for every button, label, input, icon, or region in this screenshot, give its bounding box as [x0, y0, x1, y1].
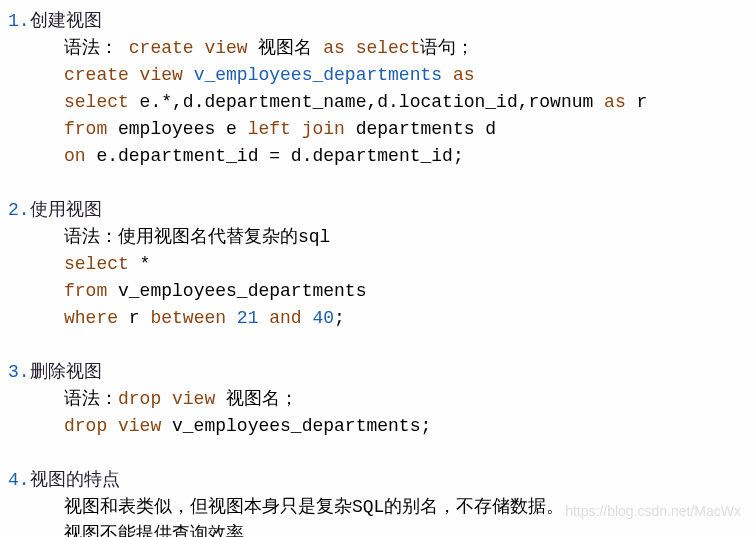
text: v_employees_departments; [161, 416, 431, 436]
syntax-label: 语法：使用视图名代替复杂的sql [64, 227, 330, 247]
section-number: 4. [8, 470, 30, 490]
keyword: select [64, 92, 129, 112]
section-title: 视图的特点 [30, 470, 120, 490]
syntax-label: 语法： [64, 38, 129, 58]
symbol: * [129, 254, 151, 274]
keyword: from [64, 119, 107, 139]
text: ,d.department_name,d.location_id,rownum [172, 92, 604, 112]
code-line: from employees e left join departments d [8, 116, 748, 143]
identifier: v_employees_departments [183, 65, 453, 85]
paragraph: 视图不能提供查询效率 [8, 521, 748, 537]
keyword: create view [129, 38, 248, 58]
text: e. [129, 92, 161, 112]
section-number: 3. [8, 362, 30, 382]
blank-line [8, 332, 748, 359]
code-line: where r between 21 and 40; [8, 305, 748, 332]
blank-line [8, 440, 748, 467]
watermark: https://blog.csdn.net/MacWx [565, 501, 741, 522]
text: employees e [107, 119, 247, 139]
symbol: = [269, 146, 280, 166]
code-line: on e.department_id = d.department_id; [8, 143, 748, 170]
section-title: 删除视图 [30, 362, 102, 382]
keyword: between [150, 308, 226, 328]
text: 视图不能提供查询效率 [64, 524, 244, 537]
text: e.department_id [86, 146, 270, 166]
text: 视图名 [248, 38, 324, 58]
keyword: where [64, 308, 118, 328]
keyword: from [64, 281, 107, 301]
syntax-label: 语法： [64, 389, 118, 409]
keyword: left join [248, 119, 345, 139]
text: 视图名； [215, 389, 298, 409]
syntax-line: 语法：使用视图名代替复杂的sql [8, 224, 748, 251]
text: ; [334, 308, 345, 328]
text: r [118, 308, 150, 328]
keyword: as [604, 92, 626, 112]
keyword: as select [323, 38, 420, 58]
keyword: on [64, 146, 86, 166]
section-2-header: 2.使用视图 [8, 197, 748, 224]
keyword: drop view [118, 389, 215, 409]
blank-line [8, 170, 748, 197]
text: 语句； [420, 38, 474, 58]
code-line: create view v_employees_departments as [8, 62, 748, 89]
syntax-line: 语法： create view 视图名 as select语句； [8, 35, 748, 62]
code-line: select * [8, 251, 748, 278]
text: r [626, 92, 648, 112]
section-1-header: 1.创建视图 [8, 8, 748, 35]
keyword: as [453, 65, 475, 85]
number: 21 [226, 308, 269, 328]
section-4-header: 4.视图的特点 [8, 467, 748, 494]
section-title: 使用视图 [30, 200, 102, 220]
text: d.department_id; [280, 146, 464, 166]
section-number: 2. [8, 200, 30, 220]
section-number: 1. [8, 11, 30, 31]
syntax-line: 语法：drop view 视图名； [8, 386, 748, 413]
keyword: and [269, 308, 301, 328]
number: 40 [302, 308, 334, 328]
text: 视图和表类似，但视图本身只是复杂SQL的别名，不存储数据。 [64, 497, 564, 517]
code-line: select e.*,d.department_name,d.location_… [8, 89, 748, 116]
section-title: 创建视图 [30, 11, 102, 31]
text: v_employees_departments [107, 281, 366, 301]
section-3-header: 3.删除视图 [8, 359, 748, 386]
code-line: from v_employees_departments [8, 278, 748, 305]
keyword: create view [64, 65, 183, 85]
code-line: drop view v_employees_departments; [8, 413, 748, 440]
keyword: drop view [64, 416, 161, 436]
symbol: * [161, 92, 172, 112]
keyword: select [64, 254, 129, 274]
text: departments d [345, 119, 496, 139]
